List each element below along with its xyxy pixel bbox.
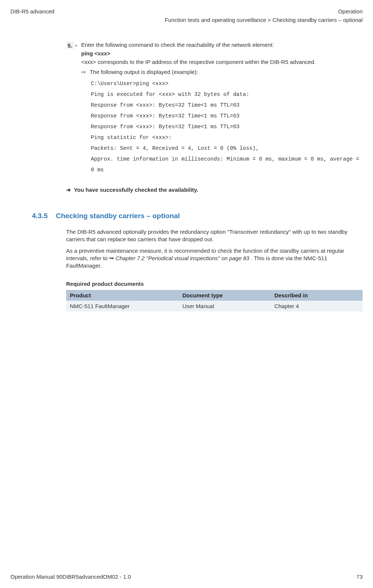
- section-number: 4.3.5: [32, 212, 48, 220]
- header-product: DIB-R5 advanced: [10, 8, 54, 14]
- col-doctype: Document type: [179, 290, 270, 301]
- step-result: ⇨ The following output is displayed (exa…: [81, 69, 363, 75]
- footer-left: Operation Manual 90DIBR5advancedOM02 - 1…: [10, 574, 131, 580]
- step-number: 5.: [66, 42, 74, 49]
- code-line: Approx. time information in milliseconds…: [91, 154, 363, 175]
- code-line: Response from <xxx>: Bytes=32 Time<1 ms …: [91, 100, 363, 111]
- step-instruction: Enter the following command to check the…: [81, 42, 363, 48]
- page-footer: Operation Manual 90DIBR5advancedOM02 - 1…: [10, 574, 363, 580]
- page-header: DIB-R5 advanced Operation: [10, 8, 363, 16]
- section-heading: 4.3.5 Checking standby carriers – option…: [32, 212, 363, 220]
- code-line: Ping statistic for <xxx>:: [91, 132, 363, 143]
- cell-product: NMC-511 FaultManager: [66, 301, 179, 311]
- code-line: Response from <xxx>: Bytes=32 Time<1 ms …: [91, 111, 363, 122]
- table-row: NMC-511 FaultManager User Manual Chapter…: [66, 301, 363, 311]
- cell-described: Chapter 4: [271, 301, 363, 311]
- table-header-row: Product Document type Described in: [66, 290, 363, 301]
- cell-doctype: User Manual: [179, 301, 270, 311]
- cross-reference[interactable]: Chapter 7.2 "Periodical visual inspectio…: [116, 255, 249, 261]
- reference-icon: ⮩: [109, 256, 114, 261]
- breadcrumb: Function tests and operating surveillanc…: [10, 17, 363, 23]
- code-line: C:\Users\User>ping <xxx>: [91, 78, 363, 89]
- docs-table: Product Document type Described in NMC-5…: [66, 290, 363, 311]
- conclusion-text: You have successfully checked the availa…: [74, 187, 198, 193]
- code-line: Packets: Sent = 4, Received = 4, Lost = …: [91, 143, 363, 154]
- step-command: ping <xxx>: [81, 50, 363, 56]
- section-title: Checking standby carriers – optional: [56, 212, 180, 220]
- step-body: Enter the following command to check the…: [81, 42, 363, 175]
- col-product: Product: [66, 290, 179, 301]
- main-content: 5. ▸ Enter the following command to chec…: [10, 42, 363, 311]
- step-note: <xxx> corresponds to the IP address of t…: [81, 59, 363, 65]
- conclusion-arrow-icon: ➔: [66, 187, 71, 193]
- result-arrow-icon: ⇨: [81, 69, 86, 75]
- footer-page-number: 73: [356, 574, 363, 580]
- step-5: 5. ▸ Enter the following command to chec…: [66, 42, 363, 175]
- section-para-1: The DIB-R5 advanced optionally provides …: [66, 228, 363, 243]
- col-described: Described in: [271, 290, 363, 301]
- result-label-text: The following output is displayed (examp…: [90, 69, 198, 75]
- header-section: Operation: [338, 8, 363, 14]
- section-para-2: As a preventive maintenance measure, it …: [66, 247, 363, 270]
- docs-heading: Required product documents: [66, 281, 363, 287]
- code-output: C:\Users\User>ping <xxx> Ping is execute…: [91, 78, 363, 175]
- conclusion: ➔ You have successfully checked the avai…: [66, 187, 363, 193]
- step-arrow-icon: ▸: [75, 42, 78, 175]
- code-line: Ping is executed for <xxx> with 32 bytes…: [91, 89, 363, 100]
- code-line: Response from <xxx>: Bytes=32 Time<1 ms …: [91, 122, 363, 132]
